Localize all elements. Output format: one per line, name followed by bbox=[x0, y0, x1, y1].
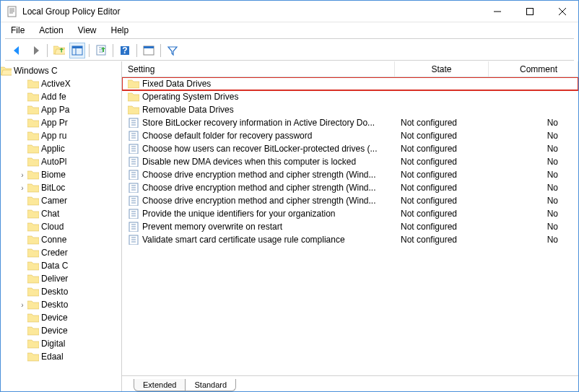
tree-node[interactable]: ›App Pa bbox=[1, 103, 121, 116]
menu-view[interactable]: View bbox=[72, 24, 103, 37]
tree-node[interactable]: ›Digital bbox=[1, 337, 121, 350]
tree-node[interactable]: ›Biome bbox=[1, 168, 121, 181]
tree-node[interactable]: ›Deskto bbox=[1, 285, 121, 298]
setting-label: Choose default folder for recovery passw… bbox=[142, 131, 312, 141]
tree-node-label: Conne bbox=[41, 235, 66, 245]
tree-node[interactable]: ›ActiveX bbox=[1, 77, 121, 90]
folder-icon bbox=[128, 92, 139, 102]
setting-label: Validate smart card certificate usage ru… bbox=[142, 235, 345, 245]
list-row[interactable]: Provide the unique identifiers for your … bbox=[122, 207, 578, 220]
state-cell: Not configured bbox=[395, 222, 489, 232]
tree-node[interactable]: ›Chat bbox=[1, 207, 121, 220]
list-row[interactable]: Removable Data Drives bbox=[122, 103, 578, 116]
list-row[interactable]: Choose drive encryption method and ciphe… bbox=[122, 181, 578, 194]
forward-button[interactable] bbox=[27, 43, 43, 58]
divider bbox=[5, 38, 574, 39]
toolbar: ? bbox=[5, 40, 574, 61]
list-row[interactable]: Store BitLocker recovery information in … bbox=[122, 116, 578, 129]
tab-standard[interactable]: Standard bbox=[186, 379, 236, 391]
tree-node-label: Windows C bbox=[14, 66, 58, 76]
policy-icon bbox=[128, 196, 139, 206]
minimize-button[interactable] bbox=[481, 1, 513, 22]
setting-label: Choose drive encryption method and ciphe… bbox=[142, 183, 376, 193]
tree-node[interactable]: ›Creder bbox=[1, 246, 121, 259]
show-hide-tree-button[interactable] bbox=[69, 43, 85, 58]
tree-node-label: Edaal bbox=[41, 352, 64, 362]
view-tabs: Extended Standard bbox=[122, 375, 578, 391]
setting-label: Provide the unique identifiers for your … bbox=[142, 209, 336, 219]
tree-node[interactable]: ›Edaal bbox=[1, 350, 121, 363]
tree-node[interactable]: ›Deskto bbox=[1, 298, 121, 311]
tree-node-label: Data C bbox=[41, 261, 68, 271]
policy-icon bbox=[128, 183, 139, 193]
list-row[interactable]: Choose drive encryption method and ciphe… bbox=[122, 168, 578, 181]
list-body[interactable]: Fixed Data DrivesOperating System Drives… bbox=[122, 77, 578, 375]
up-button[interactable] bbox=[51, 43, 67, 58]
app-icon bbox=[6, 6, 18, 17]
svg-rect-14 bbox=[72, 46, 82, 48]
tree-node[interactable]: ›Device bbox=[1, 324, 121, 337]
chevron-right-icon[interactable]: › bbox=[18, 184, 27, 192]
column-comment[interactable]: Comment bbox=[489, 61, 578, 77]
menu-action[interactable]: Action bbox=[33, 24, 69, 37]
tree-node[interactable]: ›App Pr bbox=[1, 116, 121, 129]
policy-icon bbox=[128, 170, 139, 180]
tree-node[interactable]: ›Add fe bbox=[1, 90, 121, 103]
menu-help[interactable]: Help bbox=[105, 24, 135, 37]
list-row[interactable]: Operating System Drives bbox=[122, 90, 578, 103]
chevron-right-icon[interactable]: › bbox=[18, 301, 27, 309]
state-cell: Not configured bbox=[395, 118, 489, 128]
window-controls bbox=[481, 1, 578, 22]
tree-node-label: Deskto bbox=[41, 287, 68, 297]
close-button[interactable] bbox=[546, 1, 578, 22]
policy-icon bbox=[128, 222, 139, 232]
list-row[interactable]: Validate smart card certificate usage ru… bbox=[122, 233, 578, 246]
tree-node[interactable]: ›AutoPl bbox=[1, 155, 121, 168]
comment-cell: No bbox=[489, 209, 578, 219]
tree-node-label: Add fe bbox=[41, 92, 66, 102]
tree-node[interactable]: ›Deliver bbox=[1, 272, 121, 285]
state-cell: Not configured bbox=[395, 183, 489, 193]
column-state[interactable]: State bbox=[395, 61, 489, 77]
column-setting[interactable]: Setting bbox=[122, 61, 395, 77]
toolbar-separator bbox=[113, 44, 113, 57]
help-button[interactable]: ? bbox=[117, 43, 133, 58]
tree-node[interactable]: ›Device bbox=[1, 311, 121, 324]
tree-pane[interactable]: ⌄Windows C›ActiveX›Add fe›App Pa›App Pr›… bbox=[1, 61, 122, 391]
toolbar-separator bbox=[160, 44, 161, 57]
policy-icon bbox=[128, 118, 139, 128]
menu-file[interactable]: File bbox=[5, 24, 30, 37]
tree-node[interactable]: ›Cloud bbox=[1, 220, 121, 233]
tab-extended[interactable]: Extended bbox=[134, 379, 186, 391]
maximize-button[interactable] bbox=[513, 1, 546, 22]
comment-cell: No bbox=[489, 157, 578, 167]
state-cell: Not configured bbox=[395, 144, 489, 154]
state-cell: Not configured bbox=[395, 196, 489, 206]
comment-cell: No bbox=[489, 170, 578, 180]
list-row[interactable]: Disable new DMA devices when this comput… bbox=[122, 155, 578, 168]
svg-rect-10 bbox=[526, 8, 533, 14]
list-row[interactable]: Prevent memory overwrite on restartNot c… bbox=[122, 220, 578, 233]
filter-button[interactable] bbox=[165, 43, 180, 58]
state-cell: Not configured bbox=[395, 235, 489, 245]
tree-node[interactable]: ›BitLoc bbox=[1, 181, 121, 194]
list-row[interactable]: Fixed Data Drives bbox=[122, 77, 578, 90]
tree-root-node[interactable]: ⌄Windows C bbox=[1, 64, 121, 77]
back-button[interactable] bbox=[9, 43, 25, 58]
tree-node[interactable]: ›Conne bbox=[1, 233, 121, 246]
tree-node-label: BitLoc bbox=[41, 183, 65, 193]
list-row[interactable]: Choose drive encryption method and ciphe… bbox=[122, 194, 578, 207]
state-cell: Not configured bbox=[395, 170, 489, 180]
properties-button[interactable] bbox=[141, 43, 157, 58]
list-row[interactable]: Choose how users can recover BitLocker-p… bbox=[122, 142, 578, 155]
chevron-right-icon[interactable]: › bbox=[18, 171, 27, 179]
export-button[interactable] bbox=[93, 43, 109, 58]
tree-node[interactable]: ›Applic bbox=[1, 142, 121, 155]
list-row[interactable]: Choose default folder for recovery passw… bbox=[122, 129, 578, 142]
tree-node[interactable]: ›Data C bbox=[1, 259, 121, 272]
tree-node[interactable]: ›Camer bbox=[1, 194, 121, 207]
content-pane: Setting State Comment Fixed Data DrivesO… bbox=[122, 61, 578, 391]
tree-node[interactable]: ›App ru bbox=[1, 129, 121, 142]
comment-cell: No bbox=[489, 144, 578, 154]
tree-node-label: Deliver bbox=[41, 274, 68, 284]
